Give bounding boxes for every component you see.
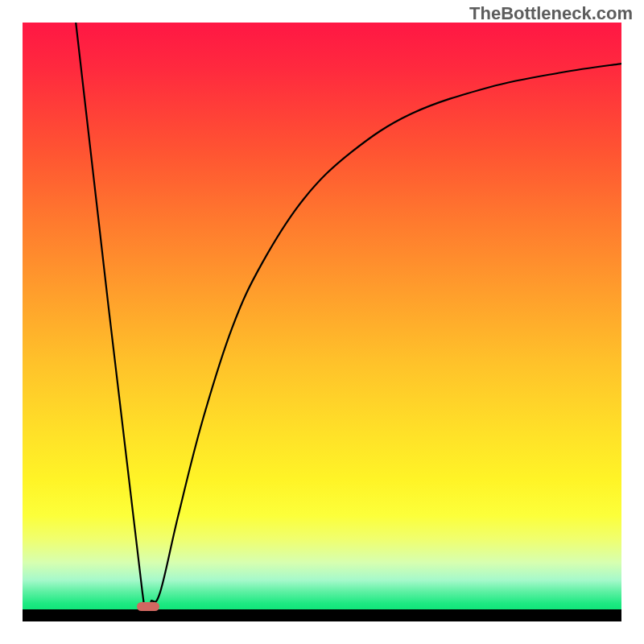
watermark-text: TheBottleneck.com xyxy=(469,3,633,24)
bottleneck-curve xyxy=(23,23,621,609)
chart-frame xyxy=(23,23,621,621)
chart-container: TheBottleneck.com xyxy=(0,0,644,644)
optimal-marker xyxy=(137,602,159,611)
x-axis-bar xyxy=(23,609,621,621)
